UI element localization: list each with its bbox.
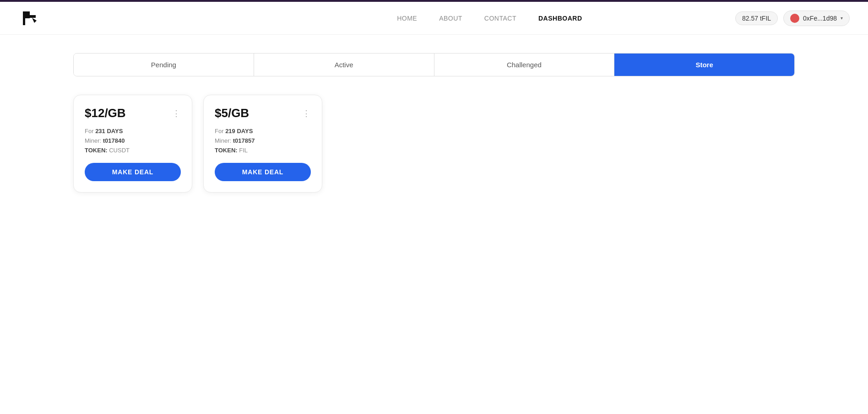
deal-card-2: $5/GB ⋮ For 219 DAYS Miner: t017857 TOKE…: [203, 95, 322, 193]
card-1-price: $12/GB: [85, 106, 126, 120]
tab-store[interactable]: Store: [614, 54, 794, 76]
card-2-miner: Miner: t017857: [215, 137, 311, 144]
card-1-token: TOKEN: CUSDT: [85, 147, 181, 154]
card-1-days: For 231 DAYS: [85, 128, 181, 134]
header: HOME ABOUT CONTACT DASHBOARD 82.57 tFIL …: [0, 2, 868, 35]
cards-area: $12/GB ⋮ For 231 DAYS Miner: t017840 TOK…: [73, 95, 795, 193]
logo[interactable]: [18, 7, 41, 30]
wallet-avatar: [790, 14, 799, 23]
wallet-address: 0xFe...1d98: [803, 15, 837, 22]
balance-badge: 82.57 tFIL: [735, 11, 778, 25]
tab-bar: Pending Active Challenged Store: [73, 53, 795, 76]
card-1-miner: Miner: t017840: [85, 137, 181, 144]
tab-pending[interactable]: Pending: [74, 54, 254, 76]
card-2-days: For 219 DAYS: [215, 128, 311, 134]
chevron-down-icon: ▾: [841, 16, 843, 21]
make-deal-button-1[interactable]: MAKE DEAL: [85, 163, 181, 181]
card-2-price: $5/GB: [215, 106, 249, 120]
wallet-area: 82.57 tFIL 0xFe...1d98 ▾: [735, 11, 850, 26]
tab-active[interactable]: Active: [254, 54, 434, 76]
main-nav: HOME ABOUT CONTACT DASHBOARD: [397, 15, 582, 22]
card-2-menu-icon[interactable]: ⋮: [302, 108, 311, 118]
tab-challenged[interactable]: Challenged: [434, 54, 615, 76]
card-1-menu-icon[interactable]: ⋮: [172, 108, 181, 118]
nav-item-contact[interactable]: CONTACT: [484, 15, 516, 22]
card-1-header: $12/GB ⋮: [85, 106, 181, 120]
nav-item-home[interactable]: HOME: [397, 15, 417, 22]
card-2-token: TOKEN: FIL: [215, 147, 311, 154]
make-deal-button-2[interactable]: MAKE DEAL: [215, 163, 311, 181]
deal-card-1: $12/GB ⋮ For 231 DAYS Miner: t017840 TOK…: [73, 95, 192, 193]
nav-item-about[interactable]: ABOUT: [439, 15, 462, 22]
nav-item-dashboard[interactable]: DASHBOARD: [538, 15, 582, 22]
card-2-header: $5/GB ⋮: [215, 106, 311, 120]
main-content: Pending Active Challenged Store $12/GB ⋮…: [0, 35, 868, 211]
wallet-button[interactable]: 0xFe...1d98 ▾: [783, 11, 850, 26]
